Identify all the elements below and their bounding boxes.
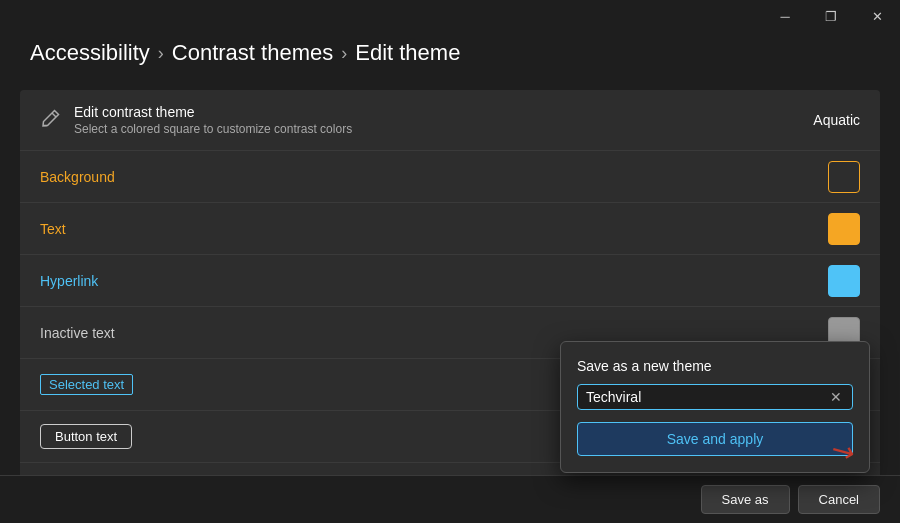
- breadcrumb: Accessibility › Contrast themes › Edit t…: [30, 40, 460, 66]
- save-as-theme-popup: Save as a new theme ✕ Save and apply: [560, 341, 870, 473]
- text-row: Text: [20, 203, 880, 255]
- breadcrumb-edit-theme: Edit theme: [355, 40, 460, 66]
- restore-button[interactable]: ❐: [808, 0, 854, 32]
- selected-text-demo: Selected text: [40, 374, 133, 395]
- theme-editor-header: Edit contrast theme Select a colored squ…: [20, 90, 880, 151]
- theme-editor-subtitle: Select a colored square to customize con…: [74, 122, 352, 136]
- edit-theme-icon: [40, 107, 62, 134]
- background-swatch[interactable]: [828, 161, 860, 193]
- titlebar: ─ ❐ ✕: [0, 0, 900, 32]
- breadcrumb-sep-2: ›: [341, 43, 347, 64]
- popup-input-row: ✕: [577, 384, 853, 410]
- background-label: Background: [40, 169, 828, 185]
- popup-title: Save as a new theme: [577, 358, 853, 374]
- clear-input-button[interactable]: ✕: [828, 390, 844, 404]
- text-label: Text: [40, 221, 828, 237]
- breadcrumb-accessibility[interactable]: Accessibility: [30, 40, 150, 66]
- save-as-button[interactable]: Save as: [701, 485, 790, 514]
- theme-editor-title: Edit contrast theme: [74, 104, 352, 120]
- breadcrumb-contrast-themes[interactable]: Contrast themes: [172, 40, 333, 66]
- minimize-button[interactable]: ─: [762, 0, 808, 32]
- hyperlink-row: Hyperlink: [20, 255, 880, 307]
- text-swatch[interactable]: [828, 213, 860, 245]
- inactive-text-label: Inactive text: [40, 325, 828, 341]
- breadcrumb-sep-1: ›: [158, 43, 164, 64]
- background-row: Background: [20, 151, 880, 203]
- theme-name-label: Aquatic: [813, 112, 860, 128]
- bottom-bar: Save as Cancel: [0, 475, 900, 523]
- button-text-demo[interactable]: Button text: [40, 424, 132, 449]
- cancel-button[interactable]: Cancel: [798, 485, 880, 514]
- save-and-apply-button[interactable]: Save and apply: [577, 422, 853, 456]
- hyperlink-label: Hyperlink: [40, 273, 828, 289]
- svg-line-0: [52, 113, 56, 117]
- hyperlink-swatch[interactable]: [828, 265, 860, 297]
- theme-name-input[interactable]: [586, 389, 828, 405]
- theme-header-text: Edit contrast theme Select a colored squ…: [74, 104, 352, 136]
- close-button[interactable]: ✕: [854, 0, 900, 32]
